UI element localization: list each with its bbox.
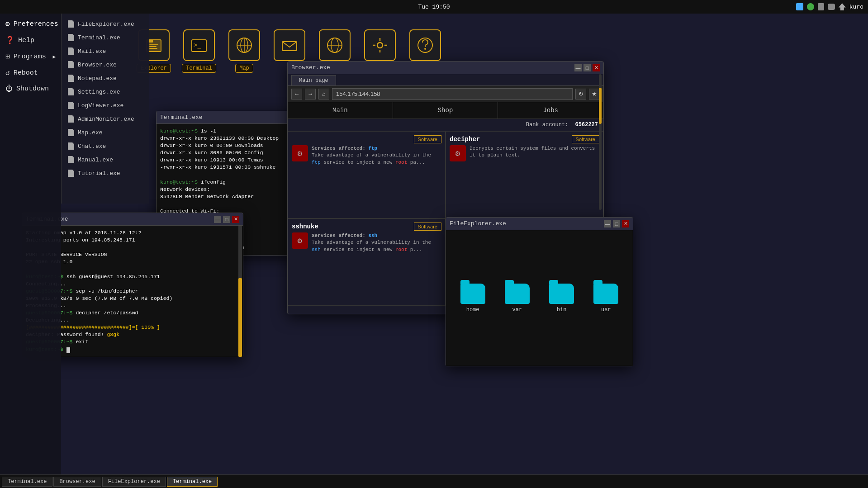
browser-url-input[interactable] — [332, 88, 573, 100]
dock-label-terminal: Terminal — [182, 64, 216, 73]
app-list-item[interactable]: AdminMonitor.exe — [62, 112, 149, 126]
browser-controls: — □ ✕ — [574, 64, 600, 71]
app-list-item[interactable]: Tutorial.exe — [62, 166, 149, 180]
folder-label-usr: usr — [601, 307, 611, 313]
dock-item-help2[interactable]: Help — [407, 29, 443, 73]
folder-icon-var — [505, 284, 530, 304]
software-card-decipher-name: decipher — [450, 136, 480, 143]
shutdown-icon: ⏻ — [5, 85, 13, 93]
sidebar-item-shutdown[interactable]: ⏻ Shutdown — [0, 81, 61, 97]
file-icon — [68, 34, 74, 41]
dock-item-globe[interactable]: Web — [317, 29, 353, 73]
sidebar-item-label-shutdown: Shutdown — [16, 85, 49, 93]
topbar-user: kuro — [849, 4, 863, 10]
file-icon — [68, 61, 74, 68]
fileexp-body: home var bin usr — [446, 230, 633, 366]
app-list-item[interactable]: FileExplorer.exe — [62, 17, 149, 31]
dock-item-mail[interactable]: Mail — [271, 29, 308, 73]
software-card-sshnuke-desc: ⚙ Services affected: ssh Take advantage … — [292, 232, 441, 253]
browser-maximize[interactable]: □ — [583, 64, 591, 71]
taskbar-item-terminal1[interactable]: Terminal.exe — [2, 477, 52, 487]
app-list-item[interactable]: Settings.exe — [62, 85, 149, 99]
folder-item-usr[interactable]: usr — [588, 284, 624, 313]
taskbar-item-browser[interactable]: Browser.exe — [53, 477, 101, 487]
dock-icon-terminal: >_ — [183, 29, 215, 61]
app-list-item[interactable]: Terminal.exe — [62, 31, 149, 44]
folder-item-bin[interactable]: bin — [544, 284, 579, 313]
programs-icon: ⊞ — [5, 52, 10, 61]
fileexp-titlebar: FileExplorer.exe — □ ✕ — [446, 218, 633, 230]
preferences-icon: ⚙ — [5, 19, 10, 28]
browser-scroll-thumb[interactable] — [599, 88, 602, 124]
file-icon — [68, 75, 74, 82]
app-list-item[interactable]: LogViewer.exe — [62, 99, 149, 112]
terminal-bottom-maximize[interactable]: □ — [223, 216, 230, 223]
software-card-ftp-header: Software — [292, 135, 441, 143]
browser-home-button[interactable]: ⌂ — [318, 89, 329, 99]
dock-item-map[interactable]: Map — [226, 29, 262, 73]
browser-scrollbar[interactable] — [599, 74, 602, 210]
browser-refresh-button[interactable]: ↻ — [575, 89, 586, 99]
browser-forward-button[interactable]: → — [305, 89, 316, 99]
software-card-ftp-desc: ⚙ Services affected: ftp Take advantage … — [292, 145, 441, 166]
topbar: Tue 19:50 kuro — [0, 0, 868, 14]
folder-label-bin: bin — [557, 307, 567, 313]
file-icon — [68, 47, 74, 55]
fileexp-minimize[interactable]: — — [604, 220, 611, 227]
svg-text:>_: >_ — [194, 41, 201, 49]
taskbar-label-terminal2: Terminal.exe — [173, 479, 212, 485]
terminal-mid-title: Terminal.exe — [160, 114, 203, 121]
file-icon — [68, 102, 74, 109]
dock-icon-mail — [274, 29, 305, 61]
sidebar-item-preferences[interactable]: ⚙ Preferences — [0, 16, 61, 32]
app-list-item[interactable]: Notepad.exe — [62, 71, 149, 85]
software-card-sshnuke-header: sshnuke Software — [292, 223, 441, 231]
dock-item-settings[interactable]: Settings — [362, 29, 398, 73]
software-card-decipher-header: decipher Software — [450, 135, 599, 143]
app-list-item[interactable]: Map.exe — [62, 126, 149, 139]
folder-item-var[interactable]: var — [499, 284, 535, 313]
software-card-decipher-btn[interactable]: Software — [572, 135, 599, 143]
folder-item-home[interactable]: home — [455, 284, 490, 313]
software-card-sshnuke-btn[interactable]: Software — [414, 223, 441, 231]
software-desc-text-sshnuke: Services affected: ssh Take advantage of… — [312, 232, 441, 253]
file-icon — [68, 88, 74, 95]
app-name: Chat.exe — [78, 143, 106, 150]
browser-bookmark-button[interactable]: ★ — [589, 89, 600, 99]
browser-nav-shop[interactable]: Shop — [393, 102, 498, 118]
app-name: Notepad.exe — [78, 75, 117, 82]
app-name: AdminMonitor.exe — [78, 116, 134, 123]
sidebar-item-label-help: Help — [18, 37, 34, 44]
app-name: Browser.exe — [78, 62, 117, 68]
terminal-bottom-close[interactable]: ✕ — [232, 216, 239, 223]
browser-nav-jobs[interactable]: Jobs — [498, 102, 603, 118]
app-list-item[interactable]: Browser.exe — [62, 58, 149, 71]
sidebar-item-help[interactable]: ❓ Help — [0, 32, 61, 48]
app-list-item[interactable]: Manual.exe — [62, 153, 149, 166]
browser-tab-main[interactable]: Main page — [291, 75, 336, 85]
sidebar: ⚙ Preferences ❓ Help ⊞ Programs ▶ ↺ Rebo… — [0, 14, 61, 474]
sidebar-item-reboot[interactable]: ↺ Reboot — [0, 65, 61, 81]
terminal-bottom-minimize[interactable]: — — [214, 216, 221, 223]
sidebar-item-programs[interactable]: ⊞ Programs ▶ — [0, 48, 61, 65]
browser-back-button[interactable]: ← — [291, 89, 302, 99]
dock-item-terminal[interactable]: >_ Terminal — [181, 29, 217, 73]
sidebar-item-label-programs: Programs — [14, 53, 46, 61]
browser-minimize[interactable]: — — [574, 64, 582, 71]
software-card-ftp-btn[interactable]: Software — [414, 135, 441, 143]
file-icon — [68, 156, 74, 163]
browser-tab-bar: Main page — [288, 74, 603, 86]
app-name: Manual.exe — [78, 156, 113, 163]
topbar-time: Tue 19:50 — [418, 4, 450, 10]
app-list-item[interactable]: Chat.exe — [62, 139, 149, 153]
bank-value: 6562227 — [575, 122, 598, 128]
browser-nav-main[interactable]: Main — [288, 102, 393, 118]
fileexp-close[interactable]: ✕ — [622, 220, 629, 227]
browser-close[interactable]: ✕ — [593, 64, 600, 71]
app-name: LogViewer.exe — [78, 102, 123, 109]
taskbar-label-terminal1: Terminal.exe — [8, 479, 47, 485]
taskbar-item-terminal2[interactable]: Terminal.exe — [167, 477, 218, 487]
fileexp-maximize[interactable]: □ — [613, 220, 620, 227]
app-list-item[interactable]: Mail.exe — [62, 44, 149, 58]
taskbar-item-fileexplorer[interactable]: FileExplorer.exe — [102, 477, 166, 487]
